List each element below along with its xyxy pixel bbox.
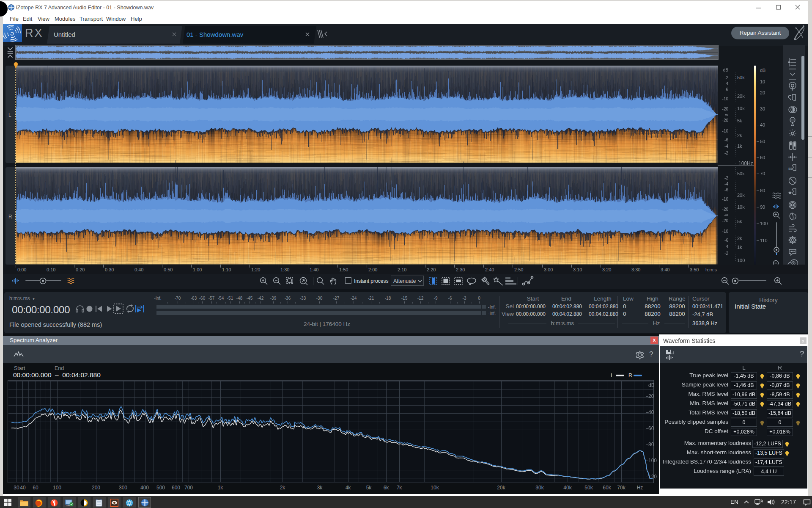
svg-text:ss: ss xyxy=(788,166,793,171)
